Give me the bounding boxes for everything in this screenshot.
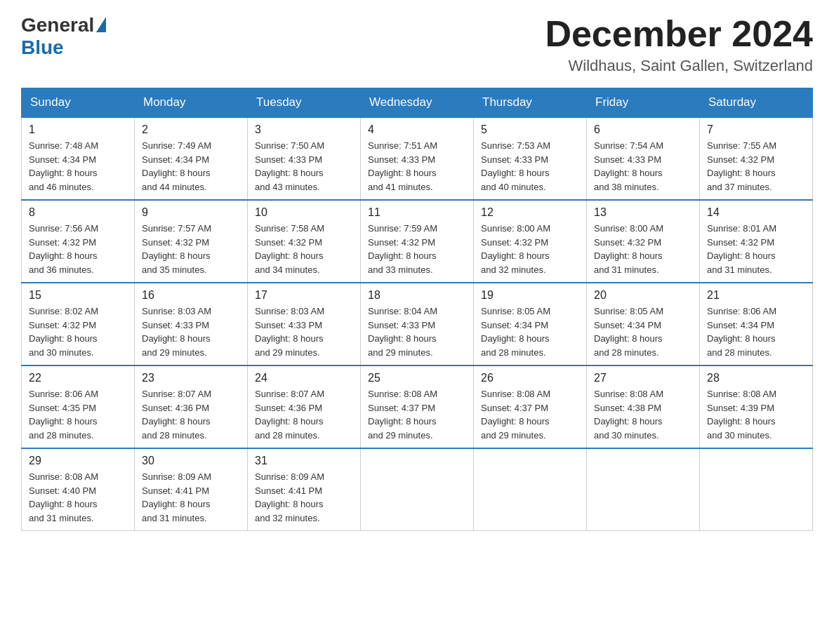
- calendar-day-cell: 5Sunrise: 7:53 AMSunset: 4:33 PMDaylight…: [474, 117, 587, 200]
- day-number: 10: [255, 206, 353, 219]
- calendar-day-cell: 24Sunrise: 8:07 AMSunset: 4:36 PMDayligh…: [248, 365, 361, 448]
- calendar-day-cell: 14Sunrise: 8:01 AMSunset: 4:32 PMDayligh…: [700, 200, 813, 283]
- day-info: Sunrise: 7:53 AMSunset: 4:33 PMDaylight:…: [481, 139, 579, 194]
- day-number: 19: [481, 289, 579, 302]
- weekday-header-monday: Monday: [135, 88, 248, 118]
- day-number: 16: [142, 289, 240, 302]
- day-number: 17: [255, 289, 353, 302]
- calendar-day-cell: 3Sunrise: 7:50 AMSunset: 4:33 PMDaylight…: [248, 117, 361, 200]
- calendar-day-cell: 11Sunrise: 7:59 AMSunset: 4:32 PMDayligh…: [361, 200, 474, 283]
- day-info: Sunrise: 8:08 AMSunset: 4:39 PMDaylight:…: [707, 387, 805, 442]
- day-number: 23: [142, 372, 240, 384]
- day-info: Sunrise: 7:51 AMSunset: 4:33 PMDaylight:…: [368, 139, 466, 194]
- day-number: 11: [368, 206, 466, 219]
- day-info: Sunrise: 7:55 AMSunset: 4:32 PMDaylight:…: [707, 139, 805, 194]
- calendar-day-cell: 1Sunrise: 7:48 AMSunset: 4:34 PMDaylight…: [22, 117, 135, 200]
- logo-triangle-icon: [96, 17, 106, 32]
- empty-cell: [587, 448, 700, 531]
- day-number: 15: [29, 289, 127, 302]
- calendar-day-cell: 9Sunrise: 7:57 AMSunset: 4:32 PMDaylight…: [135, 200, 248, 283]
- calendar-day-cell: 26Sunrise: 8:08 AMSunset: 4:37 PMDayligh…: [474, 365, 587, 448]
- calendar-day-cell: 19Sunrise: 8:05 AMSunset: 4:34 PMDayligh…: [474, 283, 587, 365]
- day-number: 24: [255, 372, 353, 384]
- day-info: Sunrise: 8:08 AMSunset: 4:37 PMDaylight:…: [481, 387, 579, 442]
- day-number: 13: [594, 206, 692, 219]
- calendar-day-cell: 30Sunrise: 8:09 AMSunset: 4:41 PMDayligh…: [135, 448, 248, 531]
- calendar-day-cell: 6Sunrise: 7:54 AMSunset: 4:33 PMDaylight…: [587, 117, 700, 200]
- day-number: 1: [29, 123, 127, 136]
- day-info: Sunrise: 8:08 AMSunset: 4:38 PMDaylight:…: [594, 387, 692, 442]
- calendar-day-cell: 22Sunrise: 8:06 AMSunset: 4:35 PMDayligh…: [22, 365, 135, 448]
- day-number: 21: [707, 289, 805, 302]
- calendar-day-cell: 2Sunrise: 7:49 AMSunset: 4:34 PMDaylight…: [135, 117, 248, 200]
- logo-blue-text: Blue: [21, 36, 64, 59]
- calendar-week-row: 8Sunrise: 7:56 AMSunset: 4:32 PMDaylight…: [22, 200, 813, 283]
- day-number: 4: [368, 123, 466, 136]
- day-info: Sunrise: 8:08 AMSunset: 4:40 PMDaylight:…: [29, 470, 127, 525]
- calendar-day-cell: 7Sunrise: 7:55 AMSunset: 4:32 PMDaylight…: [700, 117, 813, 200]
- day-info: Sunrise: 8:01 AMSunset: 4:32 PMDaylight:…: [707, 222, 805, 276]
- day-number: 18: [368, 289, 466, 302]
- day-info: Sunrise: 8:09 AMSunset: 4:41 PMDaylight:…: [142, 470, 240, 525]
- day-number: 25: [368, 372, 466, 384]
- calendar-day-cell: 10Sunrise: 7:58 AMSunset: 4:32 PMDayligh…: [248, 200, 361, 283]
- day-info: Sunrise: 8:03 AMSunset: 4:33 PMDaylight:…: [142, 304, 240, 359]
- day-info: Sunrise: 8:04 AMSunset: 4:33 PMDaylight:…: [368, 304, 466, 359]
- day-info: Sunrise: 7:50 AMSunset: 4:33 PMDaylight:…: [255, 139, 353, 194]
- day-info: Sunrise: 8:05 AMSunset: 4:34 PMDaylight:…: [594, 304, 692, 359]
- calendar-day-cell: 27Sunrise: 8:08 AMSunset: 4:38 PMDayligh…: [587, 365, 700, 448]
- location: Wildhaus, Saint Gallen, Switzerland: [545, 57, 813, 75]
- day-info: Sunrise: 8:08 AMSunset: 4:37 PMDaylight:…: [368, 387, 466, 442]
- day-number: 26: [481, 372, 579, 384]
- calendar-week-row: 22Sunrise: 8:06 AMSunset: 4:35 PMDayligh…: [22, 365, 813, 448]
- day-number: 6: [594, 123, 692, 136]
- weekday-header-saturday: Saturday: [700, 88, 813, 118]
- calendar-header-row: SundayMondayTuesdayWednesdayThursdayFrid…: [22, 88, 813, 118]
- calendar-day-cell: 29Sunrise: 8:08 AMSunset: 4:40 PMDayligh…: [22, 448, 135, 531]
- calendar-week-row: 1Sunrise: 7:48 AMSunset: 4:34 PMDaylight…: [22, 117, 813, 200]
- day-number: 22: [29, 372, 127, 384]
- day-info: Sunrise: 8:02 AMSunset: 4:32 PMDaylight:…: [29, 304, 127, 359]
- calendar-day-cell: 13Sunrise: 8:00 AMSunset: 4:32 PMDayligh…: [587, 200, 700, 283]
- month-title: December 2024: [545, 14, 813, 54]
- calendar-day-cell: 25Sunrise: 8:08 AMSunset: 4:37 PMDayligh…: [361, 365, 474, 448]
- day-info: Sunrise: 8:03 AMSunset: 4:33 PMDaylight:…: [255, 304, 353, 359]
- weekday-header-sunday: Sunday: [22, 88, 135, 118]
- day-number: 28: [707, 372, 805, 384]
- calendar-day-cell: 23Sunrise: 8:07 AMSunset: 4:36 PMDayligh…: [135, 365, 248, 448]
- weekday-header-wednesday: Wednesday: [361, 88, 474, 118]
- day-number: 2: [142, 123, 240, 136]
- calendar-day-cell: 21Sunrise: 8:06 AMSunset: 4:34 PMDayligh…: [700, 283, 813, 365]
- calendar-day-cell: 17Sunrise: 8:03 AMSunset: 4:33 PMDayligh…: [248, 283, 361, 365]
- day-info: Sunrise: 8:00 AMSunset: 4:32 PMDaylight:…: [481, 222, 579, 276]
- day-number: 14: [707, 206, 805, 219]
- empty-cell: [361, 448, 474, 531]
- day-info: Sunrise: 7:59 AMSunset: 4:32 PMDaylight:…: [368, 222, 466, 276]
- day-number: 31: [255, 455, 353, 467]
- weekday-header-friday: Friday: [587, 88, 700, 118]
- day-info: Sunrise: 7:58 AMSunset: 4:32 PMDaylight:…: [255, 222, 353, 276]
- day-number: 30: [142, 455, 240, 467]
- calendar-day-cell: 15Sunrise: 8:02 AMSunset: 4:32 PMDayligh…: [22, 283, 135, 365]
- day-number: 29: [29, 455, 127, 467]
- day-info: Sunrise: 8:00 AMSunset: 4:32 PMDaylight:…: [594, 222, 692, 276]
- calendar-day-cell: 20Sunrise: 8:05 AMSunset: 4:34 PMDayligh…: [587, 283, 700, 365]
- day-number: 7: [707, 123, 805, 136]
- day-info: Sunrise: 8:06 AMSunset: 4:34 PMDaylight:…: [707, 304, 805, 359]
- page-header: General Blue December 2024 Wildhaus, Sai…: [21, 14, 813, 75]
- day-number: 12: [481, 206, 579, 219]
- weekday-header-thursday: Thursday: [474, 88, 587, 118]
- calendar-week-row: 29Sunrise: 8:08 AMSunset: 4:40 PMDayligh…: [22, 448, 813, 531]
- day-info: Sunrise: 8:07 AMSunset: 4:36 PMDaylight:…: [142, 387, 240, 442]
- day-number: 8: [29, 206, 127, 219]
- day-info: Sunrise: 7:56 AMSunset: 4:32 PMDaylight:…: [29, 222, 127, 276]
- day-info: Sunrise: 7:54 AMSunset: 4:33 PMDaylight:…: [594, 139, 692, 194]
- calendar-day-cell: 4Sunrise: 7:51 AMSunset: 4:33 PMDaylight…: [361, 117, 474, 200]
- day-info: Sunrise: 7:57 AMSunset: 4:32 PMDaylight:…: [142, 222, 240, 276]
- day-number: 20: [594, 289, 692, 302]
- logo: General Blue: [21, 14, 106, 59]
- calendar-day-cell: 31Sunrise: 8:09 AMSunset: 4:41 PMDayligh…: [248, 448, 361, 531]
- day-number: 5: [481, 123, 579, 136]
- logo-general-text: General: [21, 14, 94, 36]
- day-info: Sunrise: 7:49 AMSunset: 4:34 PMDaylight:…: [142, 139, 240, 194]
